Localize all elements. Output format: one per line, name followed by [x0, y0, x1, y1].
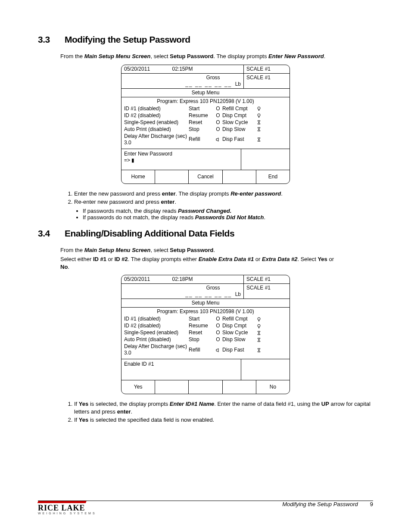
speaker-icon: [214, 347, 222, 353]
weight-dashes: __ __ __ __ __: [185, 291, 232, 297]
blank-button[interactable]: [155, 170, 189, 184]
gross-label: Gross: [185, 285, 241, 291]
menu-item: Single-Speed (enabled): [124, 119, 189, 126]
step-2: If Yes is selected the specified data fi…: [74, 416, 373, 424]
screen-time: 02:18PM: [172, 276, 193, 283]
section-3-3-steps: Enter the new password and press enter. …: [74, 190, 373, 206]
screen-scale-label-top: SCALE #1: [243, 275, 290, 283]
hourglass-icon: [256, 126, 262, 133]
yes-button[interactable]: Yes: [121, 380, 155, 394]
section-title: Modifying the Setup Password: [65, 34, 190, 45]
menu-item: ID #1 (disabled): [124, 316, 189, 322]
svg-point-3: [258, 324, 260, 327]
section-3-3-heading: 3.3 Modifying the Setup Password: [38, 34, 373, 45]
blank-button[interactable]: [189, 380, 222, 394]
home-button[interactable]: Home: [121, 170, 155, 184]
page-number: 9: [370, 501, 373, 507]
page-footer: Modifying the Setup Password 9: [38, 501, 373, 516]
cancel-button[interactable]: Cancel: [189, 170, 222, 184]
setup-menu-title: Setup Menu: [121, 89, 290, 97]
section-number: 3.3: [38, 34, 53, 45]
gross-label: Gross: [185, 75, 241, 81]
bulb-icon: [256, 323, 262, 329]
screen-date: 05/20/2011: [124, 66, 172, 72]
bulb-icon: [256, 106, 262, 112]
menu-item: Single-Speed (enabled): [124, 330, 189, 336]
screen-time: 02:15PM: [172, 66, 193, 72]
menu-item: ID #2 (disabled): [124, 112, 189, 119]
program-line: Program: Express 103 PN120598 (V 1.00): [124, 308, 287, 315]
setup-menu-screen-2: 05/20/2011 02:18PM SCALE #1 Gross __ __ …: [121, 275, 290, 394]
section-3-3-bullets: If passwords match, the display reads Pa…: [83, 208, 373, 221]
menu-item: Auto Print (disabled): [124, 336, 189, 343]
step-1: If Yes is selected, the display prompts …: [74, 400, 373, 415]
section-3-3-intro: From the Main Setup Menu Screen, select …: [60, 53, 373, 60]
svg-point-2: [258, 317, 260, 320]
blank-button[interactable]: [223, 380, 256, 394]
menu-item: Delay After Discharge (sec) 3.0: [124, 343, 189, 356]
no-button[interactable]: No: [256, 380, 290, 394]
section-3-4-intro-2: Select either ID #1 or ID #2. The displa…: [60, 255, 343, 271]
menu-item: Auto Print (disabled): [124, 126, 189, 133]
bulb-icon: [256, 112, 262, 119]
step-2: Re-enter new password and press enter.: [74, 198, 373, 206]
section-3-4-heading: 3.4 Enabling/Disabling Additional Data F…: [38, 228, 373, 239]
screen-date: 05/20/2011: [124, 276, 172, 283]
unit-lb: Lb: [235, 291, 241, 297]
menu-item: ID #1 (disabled): [124, 106, 189, 112]
section-3-4-intro-1: From the Main Setup Menu Screen, select …: [60, 246, 373, 254]
program-line: Program: Express 103 PN120598 (V 1.00): [124, 98, 287, 105]
section-number: 3.4: [38, 228, 53, 239]
prompt-cursor: => ▮: [124, 157, 238, 164]
prompt-label: Enable ID #1: [124, 361, 238, 367]
unit-lb: Lb: [235, 81, 241, 87]
footer-title: Modifying the Setup Password: [282, 501, 358, 507]
step-1: Enter the new password and press enter. …: [74, 190, 373, 198]
setup-menu-title: Setup Menu: [121, 299, 290, 308]
menu-item: ID #2 (disabled): [124, 323, 189, 329]
weight-dashes: __ __ __ __ __: [185, 81, 232, 87]
section-3-4-steps: If Yes is selected, the display prompts …: [74, 400, 373, 424]
speaker-icon: [214, 136, 222, 143]
svg-point-0: [258, 107, 260, 109]
blank-button[interactable]: [155, 380, 189, 394]
bulb-icon: [256, 316, 262, 322]
menu-item: Delay After Discharge (sec) 3.0: [124, 133, 189, 146]
screen-scale-label-bottom: SCALE #1: [243, 74, 290, 88]
hourglass-icon: [256, 336, 262, 343]
hourglass-icon: [256, 347, 262, 353]
end-button[interactable]: End: [256, 170, 290, 184]
screen-scale-label-bottom: SCALE #1: [243, 284, 290, 299]
svg-point-1: [258, 114, 260, 116]
hourglass-icon: [256, 136, 262, 143]
blank-button[interactable]: [223, 170, 256, 184]
hourglass-icon: [256, 119, 262, 126]
prompt-label: Enter New Password: [124, 151, 238, 157]
hourglass-icon: [256, 330, 262, 336]
screen-scale-label-top: SCALE #1: [243, 65, 290, 73]
setup-menu-screen-1: 05/20/2011 02:15PM SCALE #1 Gross __ __ …: [121, 65, 290, 184]
bullet: If passwords match, the display reads Pa…: [83, 208, 373, 214]
bullet: If passwords do not match, the display r…: [83, 214, 373, 221]
section-title: Enabling/Disabling Additional Data Field…: [65, 228, 234, 239]
